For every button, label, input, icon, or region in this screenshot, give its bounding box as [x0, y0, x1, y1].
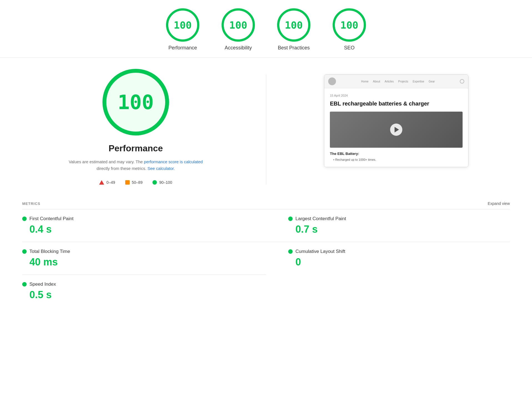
score-circle-accessibility: 100	[222, 8, 255, 42]
metrics-section: METRICS Expand view First Contentful Pai…	[0, 201, 532, 308]
legend-item-mid: 50–89	[125, 180, 143, 185]
score-value-best-practices: 100	[285, 19, 303, 31]
screenshot-date: 15 April 2024	[330, 94, 463, 97]
expand-view-button[interactable]: Expand view	[488, 201, 510, 206]
legend: 0–49 50–89 90–100	[99, 180, 172, 185]
nav-expertise: Expertise	[413, 80, 424, 83]
metric-fcp-dot	[22, 217, 27, 221]
metric-lcp: Largest Contentful Paint 0.7 s	[266, 209, 510, 242]
score-circle-seo: 100	[333, 8, 366, 42]
metric-cls-label: Cumulative Layout Shift	[295, 249, 345, 254]
legend-range-low: 0–49	[106, 180, 115, 185]
metric-lcp-dot	[288, 217, 293, 221]
legend-range-high: 90–100	[159, 180, 172, 185]
score-value-performance: 100	[174, 19, 192, 31]
metric-cls-value: 0	[288, 256, 510, 268]
screenshot-avatar	[328, 77, 336, 85]
metric-cls-name-row: Cumulative Layout Shift	[288, 249, 510, 254]
desc-mid: directly from these metrics.	[97, 166, 146, 171]
metrics-header: METRICS Expand view	[22, 201, 510, 206]
screenshot-subtitle: The EBL Battery:	[330, 152, 463, 156]
score-value-seo: 100	[340, 19, 358, 31]
screenshot-header: Home About Articles Projects Expertise G…	[324, 75, 468, 88]
metrics-grid: First Contentful Paint 0.4 s Largest Con…	[22, 209, 510, 308]
metric-lcp-label: Largest Contentful Paint	[295, 216, 346, 222]
screenshot-article-title: EBL rechargeable batteries & charger	[330, 100, 463, 107]
score-circle-performance: 100	[166, 8, 199, 42]
screenshot-gear-icon	[460, 79, 464, 84]
high-score-icon	[152, 180, 157, 185]
metric-tbt-label: Total Blocking Time	[29, 249, 70, 254]
metric-cls: Cumulative Layout Shift 0	[266, 242, 510, 275]
metric-si-value: 0.5 s	[22, 289, 244, 301]
big-score-circle: 100	[102, 69, 169, 135]
nav-articles: Articles	[385, 80, 394, 83]
metric-cls-dot	[288, 249, 293, 254]
left-panel: 100 Performance Values are estimated and…	[22, 69, 249, 185]
score-accessibility: 100 Accessibility	[222, 8, 255, 51]
screenshot-frame: Home About Articles Projects Expertise G…	[324, 74, 468, 167]
scores-bar: 100 Performance 100 Accessibility 100 Be…	[0, 0, 532, 58]
big-score-value: 100	[118, 91, 154, 114]
metric-tbt: Total Blocking Time 40 ms	[22, 242, 266, 275]
metric-lcp-value: 0.7 s	[288, 223, 510, 235]
metric-si-dot	[22, 282, 27, 287]
score-value-accessibility: 100	[229, 19, 247, 31]
metric-si-label: Speed Index	[29, 282, 56, 287]
metrics-title: METRICS	[22, 202, 41, 206]
legend-range-mid: 50–89	[132, 180, 143, 185]
metric-fcp-value: 0.4 s	[22, 223, 244, 235]
score-label-performance: Performance	[168, 45, 197, 51]
nav-projects: Projects	[398, 80, 408, 83]
nav-home: Home	[361, 80, 368, 83]
nav-gear: Gear	[429, 80, 435, 83]
play-icon	[395, 127, 399, 132]
mid-score-icon	[125, 180, 130, 185]
score-label-best-practices: Best Practices	[278, 45, 310, 51]
metric-lcp-name-row: Largest Contentful Paint	[288, 216, 510, 222]
perf-title: Performance	[109, 143, 163, 154]
desc-static: Values are estimated and may vary. The	[69, 159, 143, 164]
main-content: 100 Performance Values are estimated and…	[0, 58, 532, 196]
score-label-accessibility: Accessibility	[225, 45, 252, 51]
score-circle-best-practices: 100	[277, 8, 310, 42]
metric-tbt-name-row: Total Blocking Time	[22, 249, 244, 254]
score-best-practices: 100 Best Practices	[277, 8, 310, 51]
score-label-seo: SEO	[344, 45, 355, 51]
metric-si-name-row: Speed Index	[22, 282, 244, 287]
legend-item-high: 90–100	[152, 180, 172, 185]
metric-si: Speed Index 0.5 s	[22, 275, 266, 307]
metric-fcp: First Contentful Paint 0.4 s	[22, 209, 266, 242]
vertical-divider	[266, 74, 266, 185]
metric-fcp-label: First Contentful Paint	[29, 216, 74, 222]
metric-tbt-dot	[22, 249, 27, 254]
perf-score-link[interactable]: performance score is calculated	[144, 159, 203, 164]
perf-description: Values are estimated and may vary. The p…	[64, 159, 208, 172]
legend-item-low: 0–49	[99, 180, 115, 185]
right-panel: Home About Articles Projects Expertise G…	[283, 69, 510, 167]
metric-tbt-value: 40 ms	[22, 256, 244, 268]
screenshot-body: 15 April 2024 EBL rechargeable batteries…	[324, 88, 468, 167]
nav-about: About	[373, 80, 380, 83]
calculator-link[interactable]: See calculator.	[147, 166, 175, 171]
play-button	[390, 124, 402, 136]
screenshot-video	[330, 112, 463, 148]
low-score-icon	[99, 180, 104, 185]
screenshot-nav: Home About Articles Projects Expertise G…	[361, 80, 435, 83]
screenshot-bullet: Recharged up to 1000+ times.	[330, 158, 463, 161]
metric-fcp-name-row: First Contentful Paint	[22, 216, 244, 222]
score-seo: 100 SEO	[333, 8, 366, 51]
score-performance: 100 Performance	[166, 8, 199, 51]
